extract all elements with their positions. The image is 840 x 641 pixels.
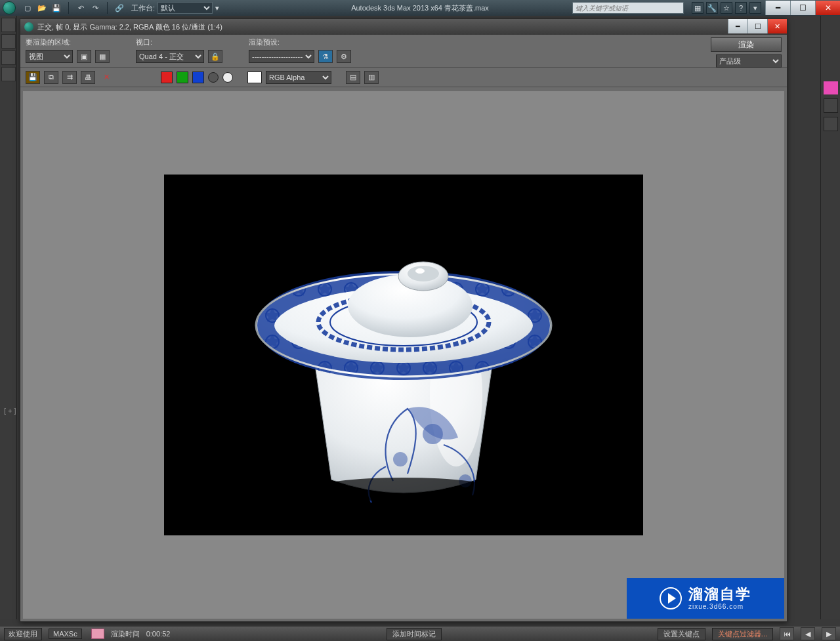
toggle-ui-icon[interactable]: ▤ [346, 71, 360, 84]
undo-icon[interactable]: ↶ [75, 3, 86, 13]
render-frame-window: 正交, 帧 0, 显示 Gamma: 2.2, RGBA 颜色 16 位/通道 … [20, 18, 788, 622]
favorite-icon[interactable]: ☆ [721, 2, 732, 14]
quick-access-toolbar: ▢ 📂 💾 ↶ ↷ 🔗 [18, 2, 129, 14]
workspace-dropdown-icon[interactable]: ▾ [215, 4, 219, 12]
rendered-image [164, 175, 643, 535]
main-window-controls: ━ ☐ ✕ [765, 1, 840, 15]
render-window-icon [24, 22, 33, 31]
svg-point-4 [393, 452, 408, 466]
render-viewport[interactable]: 溜溜自学 zixue.3d66.com [23, 91, 784, 619]
color-swatch[interactable] [824, 81, 838, 94]
area-to-render-group: 要渲染的区域: 视图 ▣ ▦ [26, 37, 110, 63]
mini-swatch[interactable] [91, 629, 104, 639]
clone-window-icon[interactable]: ⇉ [62, 71, 77, 84]
title-utility-icons: ▦ 🔧 ☆ ? ▾ [692, 2, 761, 14]
render-setup-icon[interactable]: ⚗ [318, 50, 333, 63]
viewport-label: 视口: [136, 37, 222, 47]
left-toolbar [0, 16, 17, 619]
rw-maximize-button[interactable]: ☐ [747, 19, 767, 33]
viewport-select[interactable]: Quad 4 - 正交 [136, 50, 204, 63]
svg-point-3 [423, 424, 443, 444]
preset-select[interactable]: -------------------------- [249, 50, 314, 63]
auto-region-icon[interactable]: ▦ [95, 50, 110, 63]
clear-image-icon[interactable]: ✕ [99, 71, 114, 84]
channel-select[interactable]: RGB Alpha [266, 71, 331, 84]
exchange-icon[interactable]: 🔧 [706, 2, 718, 14]
green-channel-toggle[interactable] [177, 72, 188, 83]
teacup-illustration [233, 197, 574, 512]
search-input[interactable] [572, 2, 684, 14]
panel-slot[interactable] [824, 98, 838, 113]
rw-minimize-button[interactable]: ━ [728, 19, 747, 33]
copy-image-icon[interactable]: ⧉ [44, 71, 58, 84]
workspace-select[interactable]: 默认 [158, 2, 213, 14]
scale-tool-icon[interactable] [1, 67, 16, 81]
area-label: 要渲染的区域: [26, 37, 110, 47]
help-dropdown-icon[interactable]: ▾ [749, 2, 761, 14]
save-file-icon[interactable]: 💾 [51, 3, 62, 13]
app-titlebar: ▢ 📂 💾 ↶ ↷ 🔗 工作台: 默认 ▾ Autodesk 3ds Max 2… [0, 0, 840, 16]
select-tool-icon[interactable] [1, 18, 16, 32]
panel-slot[interactable] [824, 117, 838, 131]
bg-color-swatch[interactable] [247, 72, 262, 83]
maxscript-chip[interactable]: MAXSc [49, 629, 82, 639]
viewport-label-hint: [ + ] [4, 407, 16, 415]
preset-label: 渲染预设: [249, 37, 351, 47]
app-title: Autodesk 3ds Max 2013 x64 青花茶盖.max [351, 3, 489, 13]
rotate-tool-icon[interactable] [1, 51, 16, 65]
blue-channel-toggle[interactable] [192, 72, 204, 83]
open-file-icon[interactable]: 📂 [37, 3, 47, 13]
new-file-icon[interactable]: ▢ [22, 3, 33, 13]
print-icon[interactable]: 🖶 [81, 71, 95, 84]
redo-icon[interactable]: ↷ [90, 3, 100, 13]
app-logo-icon[interactable] [3, 1, 16, 14]
watermark-url: zixue.3d66.com [688, 603, 751, 610]
render-time-value: 0:00:52 [146, 630, 171, 638]
render-window-title: 正交, 帧 0, 显示 Gamma: 2.2, RGBA 颜色 16 位/通道 … [37, 22, 222, 32]
status-bar: 欢迎使用 MAXSc 渲染时间 0:00:52 添加时间标记 设置关键点 关键点… [0, 627, 840, 641]
key-filters-button[interactable]: 关键点过滤器... [712, 628, 773, 640]
region-edit-icon[interactable]: ▣ [77, 50, 91, 63]
command-panel [820, 16, 840, 619]
play-icon [660, 587, 682, 610]
render-button[interactable]: 渲染 [711, 37, 782, 52]
preset-group: 渲染预设: -------------------------- ⚗ ⚙ [249, 37, 351, 63]
render-window-titlebar[interactable]: 正交, 帧 0, 显示 Gamma: 2.2, RGBA 颜色 16 位/通道 … [20, 19, 787, 35]
render-time-label: 渲染时间 [111, 629, 140, 639]
welcome-chip[interactable]: 欢迎使用 [4, 628, 42, 640]
render-settings-row: 要渲染的区域: 视图 ▣ ▦ 视口: Quad 4 - 正交 🔒 渲染预设: -… [20, 35, 787, 68]
goto-start-icon[interactable]: ⏮ [780, 627, 794, 640]
toggle-overlay-icon[interactable]: ▥ [364, 71, 379, 84]
lock-viewport-icon[interactable]: 🔒 [208, 50, 222, 63]
add-time-tag-button[interactable]: 添加时间标记 [387, 628, 442, 640]
render-button-group: 渲染 产品级 [711, 37, 782, 68]
subscription-icon[interactable]: ▦ [692, 2, 704, 14]
add-time-tag-label: 添加时间标记 [392, 630, 436, 638]
viewport-group: 视口: Quad 4 - 正交 🔒 [136, 37, 222, 63]
production-select[interactable]: 产品级 [716, 54, 782, 68]
minimize-button[interactable]: ━ [765, 1, 790, 15]
area-select[interactable]: 视图 [26, 50, 73, 63]
watermark-banner: 溜溜自学 zixue.3d66.com [627, 578, 784, 619]
alpha-channel-toggle[interactable] [208, 72, 219, 83]
workspace-label: 工作台: [129, 3, 158, 13]
svg-point-15 [415, 268, 425, 274]
set-key-button[interactable]: 设置关键点 [658, 628, 705, 640]
move-tool-icon[interactable] [1, 34, 16, 49]
render-toolbar: 💾 ⧉ ⇉ 🖶 ✕ RGB Alpha ▤ ▥ [20, 68, 787, 87]
close-button[interactable]: ✕ [815, 1, 840, 15]
prev-frame-icon[interactable]: ◀ [801, 627, 815, 640]
help-icon[interactable]: ? [735, 2, 747, 14]
save-image-icon[interactable]: 💾 [26, 71, 40, 84]
svg-point-14 [408, 266, 439, 281]
rw-close-button[interactable]: ✕ [767, 19, 787, 33]
svg-point-16 [312, 478, 495, 501]
red-channel-toggle[interactable] [161, 72, 173, 83]
watermark-title: 溜溜自学 [688, 587, 751, 602]
mono-channel-toggle[interactable] [222, 72, 233, 83]
link-icon[interactable]: 🔗 [114, 3, 125, 13]
environment-icon[interactable]: ⚙ [337, 50, 351, 63]
play-icon[interactable]: ▶ [822, 627, 836, 640]
maximize-button[interactable]: ☐ [790, 1, 815, 15]
